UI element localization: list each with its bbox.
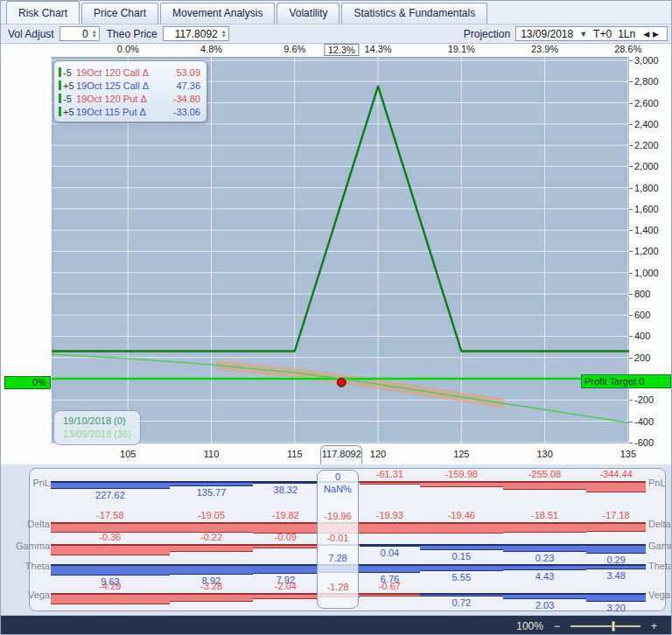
top-axis-label: 9.6% [284,44,305,54]
right-axis-tick [629,60,633,61]
greek-value: -18.51 [503,510,586,520]
greek-bar [51,546,170,555]
right-axis-tick [629,145,633,146]
projection-next-icon[interactable]: ▶ [653,30,662,38]
spin-down-icon[interactable]: ▼ [92,34,97,38]
tab-price-chart[interactable]: Price Chart [81,3,158,24]
bottom-axis-label: 125 [453,449,469,459]
greek-bar [586,546,646,554]
top-axis-label: 0.0% [117,44,139,54]
right-axis-tick [629,166,633,167]
vol-adjust-input[interactable]: 0 ▲▼ [60,26,100,41]
top-axis-label: 4.8% [200,44,222,54]
greek-value: 135.77 [170,487,253,498]
tab-risk-chart[interactable]: Risk Chart [6,1,80,24]
right-axis-tick [629,230,633,231]
right-axis-tick [629,294,633,295]
highlight-column [317,470,359,609]
vol-adjust-value[interactable]: 0 [64,28,88,40]
greek-bar [253,483,318,484]
greek-bar [503,546,586,552]
greek-bar [503,566,586,570]
row-label-vega: Vega [648,590,671,600]
bottom-axis-label: 120 [370,449,386,459]
row-label-gamma: Gamma [6,541,50,551]
greek-bar [503,595,586,599]
right-axis-label: 3,000 [634,55,659,66]
theo-price-value[interactable]: 117.8092 [167,28,218,40]
legend-item: -519Oct 120 Put Δ-34.80 [59,92,200,105]
tab-movement-analysis[interactable]: Movement Analysis [160,3,275,24]
greek-value: 0.04 [360,548,420,558]
leg-delta-value: -34.80 [173,94,200,104]
greek-value: 4.43 [503,571,586,582]
right-axis-label: 200 [634,352,650,363]
row-label-gamma: Gamma [648,541,671,551]
greek-bar [586,524,646,532]
bottom-axis-label: 110 [204,449,220,459]
zoom-slider[interactable] [570,625,640,627]
greek-bar [51,595,170,604]
greek-value: -344.44 [586,469,646,479]
right-axis-label: 1,400 [634,225,659,235]
zoom-slider-handle[interactable] [612,621,615,632]
leg-name: 19Oct 120 Call Δ [76,67,149,78]
legend-item: +519Oct 125 Call Δ47.36 [59,79,200,92]
greek-value: 38.32 [253,485,318,495]
right-axis-label: -400 [634,416,654,427]
right-axis-tick [629,103,633,104]
spin-down-icon[interactable]: ▼ [221,34,227,38]
row-label-pnl: PnL [6,478,50,488]
row-label-vega: Vega [6,590,50,600]
profit-target-label[interactable]: Profit Target 0 [581,374,671,388]
greek-bar [360,483,420,485]
projection-prev-icon[interactable]: ◀ [643,30,653,38]
greek-value: 0.15 [420,551,503,562]
status-bar: 100% − + [1,615,672,635]
tab-bar: Risk ChartPrice ChartMovement AnalysisVo… [1,1,672,24]
greek-bar [420,524,503,534]
position-bar-icon [59,94,61,103]
dropdown-caret-icon[interactable]: ▼ [579,30,587,38]
greek-bar [420,566,503,571]
chart-region: 0.0%4.8%9.6%12.3%14.3%19.1%23.9%28.6% 3,… [1,44,672,464]
right-axis-tick [629,358,633,359]
greek-bar [420,483,503,487]
greek-bar [51,483,170,489]
row-label-theta: Theta [648,561,671,571]
vol-adjust-spinner[interactable]: ▲▼ [92,30,97,38]
right-axis-label: -200 [634,394,654,405]
right-axis-tick [629,443,633,443]
right-axis-label: 1,600 [634,204,659,214]
right-axis-tick [629,315,633,316]
projection-combo[interactable]: 13/09/2018 ▼ T+0 1Ln ◀▶ [515,26,668,41]
greek-value: -3.28 [170,581,253,591]
right-axis-label: 2,000 [634,161,659,171]
right-axis-tick [629,81,633,82]
row-label-delta: Delta [648,519,671,529]
projection-date[interactable]: 13/09/2018 [521,28,573,40]
greek-value: 0.72 [420,597,503,608]
theo-price-spinner[interactable]: ▲▼ [221,30,227,38]
greek-bar [253,566,318,574]
bottom-axis-label: 135 [620,449,636,459]
leg-delta-value: -33.06 [173,107,200,117]
greek-value: -19.46 [420,510,503,520]
greek-value: -159.98 [420,469,503,479]
zoom-out-button[interactable]: − [554,620,560,632]
greek-bar [170,546,253,552]
row-label-pnl: PnL [648,478,671,488]
greek-bar [360,595,420,597]
tab-statistics-fundamentals[interactable]: Statistics & Fundamentals [341,3,487,24]
greek-value: -4.29 [51,581,170,591]
right-axis-label: 400 [634,331,650,341]
greek-bar [586,483,646,492]
right-axis-tick [629,188,633,189]
leg-delta-value: 47.36 [176,80,200,91]
theo-price-input[interactable]: 117.8092 ▲▼ [163,26,229,41]
greek-value: -2.04 [253,581,318,591]
right-axis-label: 800 [634,289,650,299]
tab-volatility[interactable]: Volatility [276,3,340,24]
zoom-in-button[interactable]: + [651,620,657,632]
greek-value: -19.82 [253,510,318,520]
